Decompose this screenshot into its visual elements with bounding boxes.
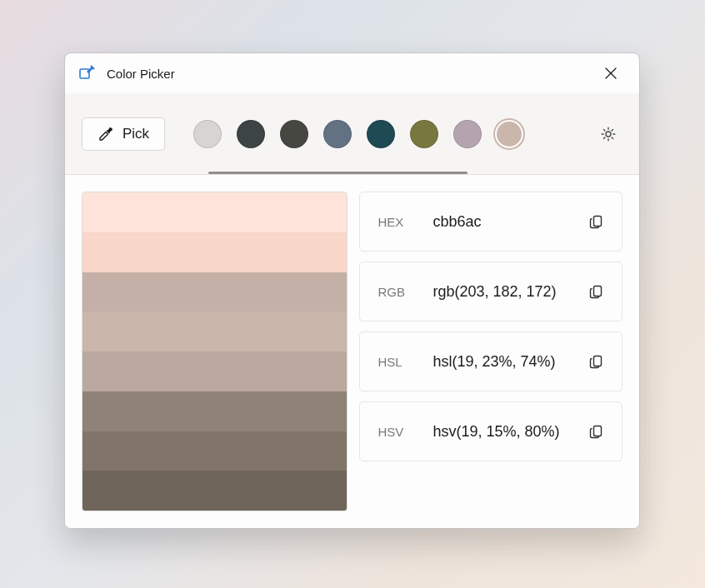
color-picker-window: Color Picker Pick [64, 52, 640, 529]
gear-icon [600, 126, 617, 142]
history-swatch[interactable] [237, 120, 265, 148]
content: HEXcbb6acRGBrgb(203, 182, 172)HSLhsl(19,… [65, 175, 639, 528]
copy-icon [588, 424, 604, 440]
format-row[interactable]: HEXcbb6ac [359, 192, 623, 252]
history-swatch[interactable] [367, 120, 395, 148]
copy-button[interactable] [582, 277, 610, 306]
history-swatch[interactable] [453, 120, 482, 148]
shade-swatch[interactable] [82, 431, 347, 471]
shade-swatch[interactable] [82, 471, 347, 511]
history-swatch[interactable] [323, 120, 352, 148]
app-title: Color Picker [107, 67, 175, 81]
settings-button[interactable] [594, 120, 622, 148]
eyedropper-icon [98, 126, 114, 142]
format-label: RGB [378, 285, 433, 299]
shade-swatch[interactable] [82, 391, 347, 431]
pick-button[interactable]: Pick [82, 117, 165, 151]
svg-rect-4 [593, 356, 601, 366]
format-label: HSL [378, 355, 433, 369]
history-scrollbar[interactable] [208, 172, 468, 174]
svg-rect-3 [593, 286, 601, 296]
copy-button[interactable] [582, 347, 610, 376]
shade-swatch[interactable] [82, 232, 347, 272]
close-icon [605, 67, 617, 79]
formats-list: HEXcbb6acRGBrgb(203, 182, 172)HSLhsl(19,… [359, 192, 623, 511]
shade-column [82, 192, 348, 511]
format-row[interactable]: HSLhsl(19, 23%, 74%) [359, 331, 623, 391]
format-value: cbb6ac [433, 213, 482, 231]
format-value: hsv(19, 15%, 80%) [433, 423, 560, 441]
format-row[interactable]: RGBrgb(203, 182, 172) [359, 262, 623, 321]
app-icon [78, 65, 95, 82]
svg-rect-5 [593, 426, 601, 436]
format-value: hsl(19, 23%, 74%) [433, 353, 556, 371]
toolbar: Pick [65, 93, 639, 175]
copy-button[interactable] [582, 417, 610, 446]
format-label: HEX [378, 215, 433, 229]
svg-point-1 [606, 132, 611, 137]
shade-swatch[interactable] [82, 351, 347, 391]
shade-swatch[interactable] [82, 192, 347, 232]
pick-button-label: Pick [122, 126, 149, 142]
close-button[interactable] [594, 60, 628, 87]
copy-button[interactable] [582, 207, 610, 236]
shade-swatch[interactable] [82, 272, 347, 312]
format-row[interactable]: HSVhsv(19, 15%, 80%) [359, 401, 623, 461]
copy-icon [588, 354, 604, 370]
history-swatch[interactable] [497, 122, 522, 147]
shade-swatch[interactable] [82, 311, 347, 351]
history-swatch[interactable] [410, 120, 438, 148]
copy-icon [588, 214, 604, 230]
color-history [193, 120, 522, 148]
svg-rect-2 [593, 216, 601, 226]
format-value: rgb(203, 182, 172) [433, 283, 557, 301]
titlebar: Color Picker [65, 53, 639, 93]
history-swatch[interactable] [193, 120, 222, 148]
copy-icon [588, 284, 604, 300]
format-label: HSV [378, 425, 433, 439]
history-swatch[interactable] [280, 120, 308, 148]
